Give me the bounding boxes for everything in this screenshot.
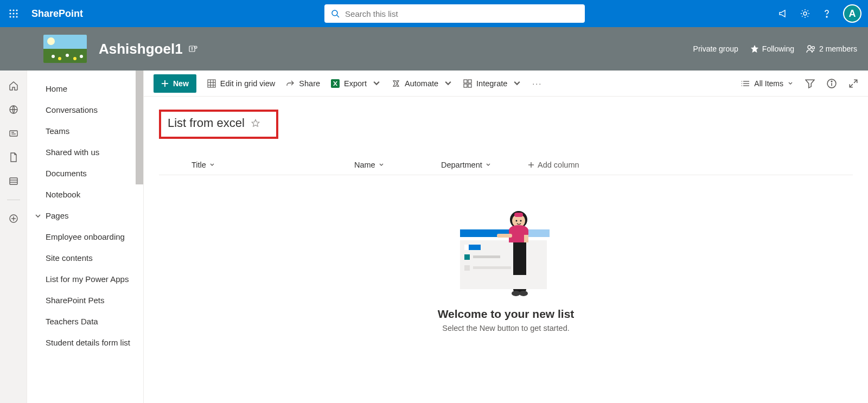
app-icon (463, 79, 472, 88)
list-icon[interactable] (8, 176, 19, 187)
svg-point-24 (808, 46, 811, 49)
expand-button[interactable] (848, 79, 858, 88)
flow-icon (392, 79, 400, 88)
svg-point-21 (80, 55, 83, 58)
nav-employee-onboarding[interactable]: Employee onboarding (27, 226, 143, 247)
share-button[interactable]: Share (286, 79, 320, 88)
svg-rect-30 (10, 178, 17, 184)
svg-point-11 (803, 12, 807, 15)
teams-icon[interactable] (188, 44, 198, 54)
create-icon[interactable] (8, 213, 19, 224)
nav-scrollbar[interactable] (136, 71, 143, 184)
add-column-button[interactable]: Add column (528, 161, 579, 169)
svg-point-3 (9, 12, 11, 14)
nav-shared[interactable]: Shared with us (27, 142, 143, 163)
column-name[interactable]: Name (354, 161, 441, 169)
svg-point-56 (831, 81, 832, 82)
home-icon[interactable] (8, 80, 19, 91)
chevron-down-icon (788, 81, 793, 86)
user-avatar[interactable]: A (843, 4, 861, 23)
svg-point-5 (16, 12, 17, 14)
globe-icon[interactable] (8, 104, 19, 115)
view-selector[interactable]: All Items (741, 79, 793, 88)
column-department[interactable]: Department (441, 161, 528, 169)
integrate-button[interactable]: Integrate (463, 79, 521, 88)
column-department-label: Department (441, 161, 482, 169)
filter-button[interactable] (805, 79, 815, 88)
empty-subtext: Select the New button to get started. (442, 324, 570, 332)
star-icon (750, 44, 759, 53)
nav-conversations[interactable]: Conversations (27, 99, 143, 120)
excel-icon (331, 79, 340, 88)
app-rail (0, 71, 27, 403)
file-icon[interactable] (8, 152, 19, 163)
svg-point-20 (73, 57, 76, 60)
export-button[interactable]: Export (331, 79, 381, 88)
list-lines-icon (741, 79, 750, 88)
help-button[interactable] (821, 8, 832, 19)
megaphone-button[interactable] (778, 8, 789, 19)
nav-site-contents[interactable]: Site contents (27, 247, 143, 268)
settings-button[interactable] (800, 8, 810, 19)
search-box[interactable] (324, 4, 585, 23)
edit-grid-button[interactable]: Edit in grid view (207, 79, 276, 88)
search-input[interactable] (345, 9, 578, 18)
nav-home[interactable]: Home (27, 78, 143, 99)
svg-point-4 (12, 12, 14, 14)
follow-button[interactable]: Following (750, 44, 794, 53)
info-button[interactable] (827, 79, 837, 88)
svg-point-9 (332, 10, 337, 16)
svg-point-76 (512, 291, 520, 296)
svg-rect-75 (513, 242, 526, 275)
waffle-icon (9, 9, 18, 18)
nav-notebook[interactable]: Notebook (27, 184, 143, 205)
nav-teachers-data[interactable]: Teachers Data (27, 311, 143, 332)
search-icon (331, 9, 340, 18)
more-button[interactable]: ··· (532, 79, 542, 88)
members-button[interactable]: 2 members (806, 44, 857, 54)
nav-student-details[interactable]: Student details form list (27, 332, 143, 353)
nav-pages[interactable]: Pages (27, 205, 143, 226)
following-label: Following (762, 44, 794, 53)
empty-illustration (455, 208, 558, 300)
svg-rect-65 (473, 255, 500, 258)
app-launcher-button[interactable] (0, 0, 27, 27)
nav-teams[interactable]: Teams (27, 120, 143, 142)
automate-button[interactable]: Automate (392, 79, 452, 88)
svg-point-77 (519, 291, 528, 296)
news-icon[interactable] (8, 128, 19, 139)
new-label: New (173, 79, 189, 88)
nav-documents[interactable]: Documents (27, 163, 143, 184)
site-title[interactable]: Ashishgoel1 (99, 41, 183, 57)
svg-rect-67 (473, 266, 511, 269)
column-title[interactable]: Title (192, 161, 354, 169)
content-area: List from excel Title Name Department (144, 97, 868, 403)
columns-header-row: Title Name Department Add column (159, 161, 853, 175)
pages-label: Pages (46, 211, 69, 220)
svg-rect-63 (464, 245, 469, 250)
chevron-down-icon (379, 162, 384, 168)
svg-rect-44 (464, 80, 467, 83)
people-icon (806, 44, 816, 54)
new-button[interactable]: New (154, 74, 196, 93)
svg-point-8 (16, 16, 17, 17)
svg-point-23 (195, 46, 197, 48)
svg-rect-27 (10, 131, 17, 136)
svg-point-72 (520, 220, 521, 222)
rail-separator (7, 200, 20, 200)
svg-point-1 (12, 9, 14, 11)
edit-grid-label: Edit in grid view (220, 79, 276, 88)
main-area: New Edit in grid view Share Export Autom… (144, 71, 868, 403)
brand-label[interactable]: SharePoint (31, 8, 83, 20)
site-logo[interactable] (43, 35, 87, 63)
svg-point-12 (826, 16, 827, 17)
svg-rect-70 (514, 213, 523, 217)
svg-rect-73 (497, 234, 512, 238)
chevron-down-icon (35, 213, 41, 219)
nav-sharepoint-pets[interactable]: SharePoint Pets (27, 290, 143, 311)
favorite-star-button[interactable] (251, 119, 260, 127)
svg-point-25 (812, 47, 815, 49)
nav-list-power-apps[interactable]: List for my Power Apps (27, 268, 143, 290)
svg-point-7 (12, 16, 14, 17)
site-nav: Home Conversations Teams Shared with us … (27, 71, 144, 403)
